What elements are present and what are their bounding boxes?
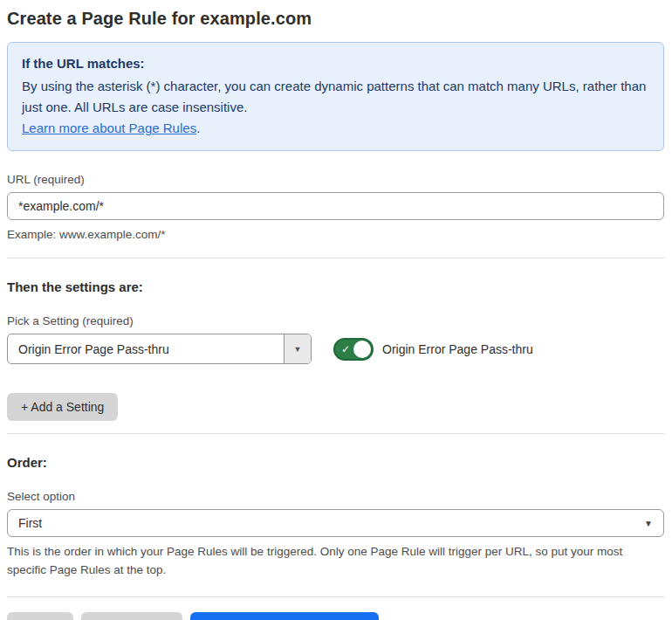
cancel-button[interactable]: Cancel <box>7 612 73 620</box>
url-input[interactable] <box>7 192 664 220</box>
setting-dropdown-value: Origin Error Page Pass-thru <box>8 334 284 363</box>
footer-actions: Cancel Save as Draft Save and Deploy Pag… <box>7 612 664 620</box>
divider <box>7 258 664 258</box>
chevron-down-icon: ▼ <box>294 345 302 354</box>
order-section-heading: Order: <box>7 455 664 470</box>
setting-dropdown[interactable]: Origin Error Page Pass-thru ▼ <box>7 334 312 364</box>
divider <box>7 433 664 434</box>
link-period: . <box>196 121 200 135</box>
page-title: Create a Page Rule for example.com <box>7 9 664 29</box>
settings-section-heading: Then the settings are: <box>7 279 664 294</box>
setting-dropdown-arrow-button[interactable]: ▼ <box>284 334 311 363</box>
divider <box>7 596 664 597</box>
setting-toggle-label: Origin Error Page Pass-thru <box>382 342 533 356</box>
url-match-info-box: If the URL matches: By using the asteris… <box>7 42 664 151</box>
info-box-heading: If the URL matches: <box>22 53 649 74</box>
url-field-label: URL (required) <box>7 173 664 186</box>
setting-row: Origin Error Page Pass-thru ▼ ✓ Origin E… <box>7 334 664 364</box>
order-select-label: Select option <box>7 490 664 503</box>
save-and-deploy-button[interactable]: Save and Deploy Page Rule <box>190 612 379 620</box>
add-setting-button[interactable]: + Add a Setting <box>7 393 118 421</box>
pick-setting-label: Pick a Setting (required) <box>7 314 664 327</box>
chevron-down-icon: ▼ <box>644 519 653 528</box>
check-icon: ✓ <box>341 343 350 354</box>
url-field-helper: Example: www.example.com/* <box>7 225 664 244</box>
order-select-value: First <box>18 516 42 530</box>
info-box-body: By using the asterisk (*) character, you… <box>22 76 649 118</box>
info-box-link-line: Learn more about Page Rules. <box>22 118 649 139</box>
order-select[interactable]: First ▼ <box>7 509 664 537</box>
order-helper: This is the order in which your Page Rul… <box>7 542 664 579</box>
setting-toggle[interactable]: ✓ <box>333 338 374 361</box>
toggle-knob <box>353 341 371 358</box>
learn-more-link[interactable]: Learn more about Page Rules <box>22 121 196 135</box>
save-as-draft-button[interactable]: Save as Draft <box>81 612 183 620</box>
page-rule-form: Create a Page Rule for example.com If th… <box>0 0 672 620</box>
